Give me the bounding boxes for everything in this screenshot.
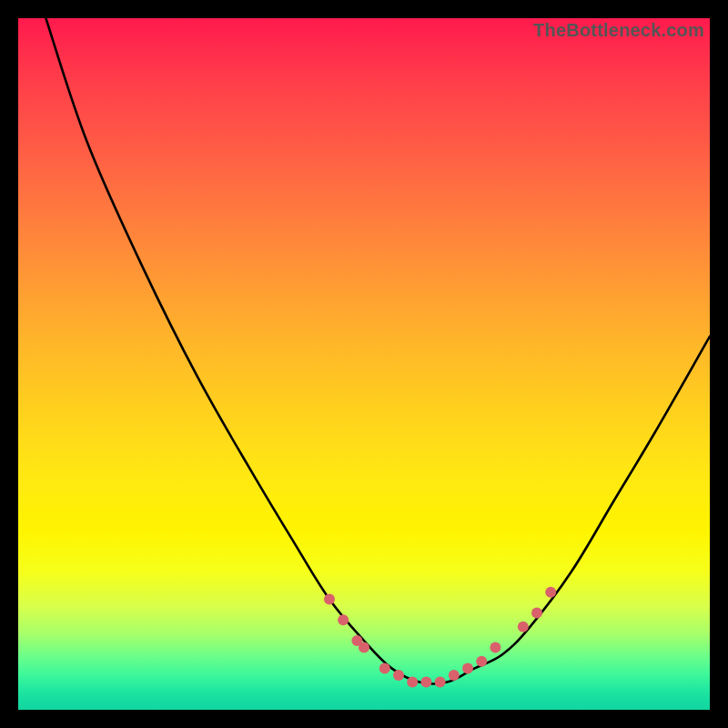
bottleneck-curve-path <box>46 18 710 684</box>
highlight-dot <box>435 677 446 688</box>
highlight-dot <box>462 662 473 673</box>
highlight-dot <box>420 677 431 688</box>
highlight-dot <box>338 614 349 625</box>
curve-svg <box>18 18 710 710</box>
chart-frame: TheBottleneck.com <box>18 18 710 710</box>
highlight-dot <box>407 677 418 688</box>
highlight-dot <box>545 587 556 598</box>
highlight-dot <box>490 642 500 653</box>
highlight-dot <box>393 670 404 681</box>
highlight-dot <box>324 593 335 604</box>
watermark-text: TheBottleneck.com <box>533 20 704 41</box>
highlight-dot <box>359 642 369 653</box>
highlight-dot <box>531 608 542 619</box>
highlight-dot <box>476 656 487 667</box>
highlight-dot <box>449 670 460 681</box>
highlight-dot <box>379 662 390 673</box>
highlight-dot <box>518 622 529 632</box>
